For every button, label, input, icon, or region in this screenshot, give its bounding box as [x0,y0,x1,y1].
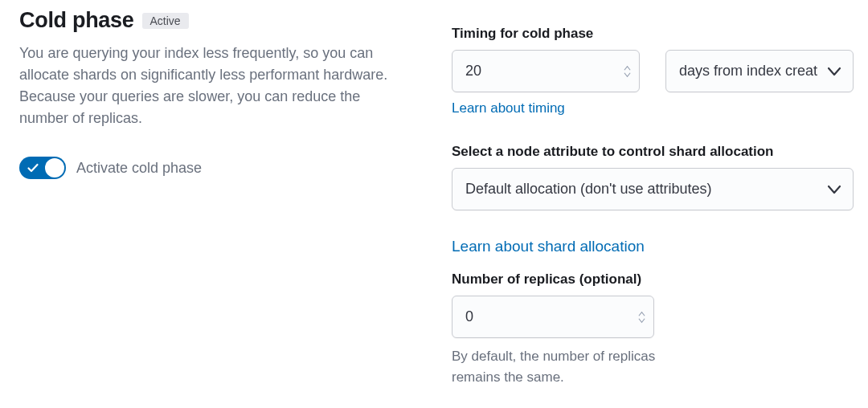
chevron-down-icon [827,185,841,194]
stepper-icon[interactable] [624,65,631,77]
page-title: Cold phase [19,8,134,33]
learn-timing-link[interactable]: Learn about timing [452,100,565,116]
timing-unit-select[interactable]: days from index creation [665,50,854,92]
replicas-wrap[interactable] [452,296,654,338]
replicas-help-text: By default, the number of replicas remai… [452,346,661,387]
toggle-label: Activate cold phase [76,160,202,177]
phase-description: You are querying your index less frequen… [19,43,413,129]
node-attr-value: Default allocation (don't use attributes… [465,181,712,198]
activate-toggle[interactable] [19,157,66,179]
learn-shard-allocation-link[interactable]: Learn about shard allocation [452,238,645,255]
replicas-input[interactable] [452,296,653,337]
check-icon [27,161,39,174]
stepper-icon[interactable] [638,311,645,323]
toggle-knob [45,158,64,177]
timing-value-input[interactable] [452,51,639,92]
timing-value-wrap[interactable] [452,50,640,92]
timing-unit-value: days from index creation [679,63,817,80]
node-attr-label: Select a node attribute to control shard… [452,144,854,160]
node-attr-select[interactable]: Default allocation (don't use attributes… [452,168,854,210]
replicas-label: Number of replicas (optional) [452,271,854,288]
status-badge: Active [142,13,189,29]
timing-label: Timing for cold phase [452,26,854,42]
chevron-down-icon [827,67,841,76]
